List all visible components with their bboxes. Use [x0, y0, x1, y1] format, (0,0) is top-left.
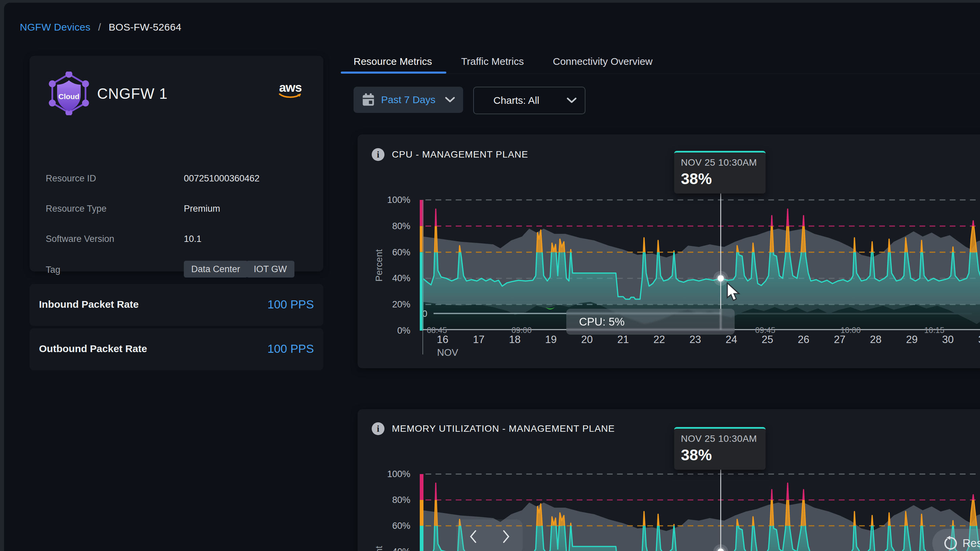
device-info-card: Cloud CNGFW 1 aws Resource ID 0072510003…	[30, 56, 323, 272]
memory-chart-card: i MEMORY UTILIZATION - MANAGEMENT PLANE …	[358, 409, 980, 551]
stat-value: 100 PPS	[267, 342, 314, 356]
restart-button[interactable]: Restart	[932, 529, 980, 551]
field-value: 10.1	[184, 234, 202, 244]
field-row-resource-type: Resource Type Premium	[46, 203, 308, 217]
field-label: Software Version	[46, 234, 114, 244]
charts-filter-label: Charts: All	[493, 95, 539, 106]
field-value: Premium	[184, 203, 220, 214]
svg-text:40%: 40%	[392, 547, 410, 551]
svg-text:30: 30	[942, 333, 953, 345]
mouse-cursor-icon	[725, 282, 741, 301]
svg-text:Percent: Percent	[374, 546, 384, 551]
tag-chip: Data Center	[184, 261, 248, 278]
pager-prev-button[interactable]	[457, 519, 490, 551]
device-name: CNGFW 1	[97, 85, 168, 102]
chart-pager	[457, 519, 523, 551]
outbound-packet-rate-card: Outbound Packet Rate 100 PPS	[30, 328, 323, 370]
svg-text:25: 25	[762, 333, 773, 345]
svg-text:08:45: 08:45	[427, 326, 447, 335]
breadcrumb-current-device: BOS-FW-52664	[108, 22, 181, 33]
memory-tooltip: NOV 25 10:30AM 38%	[674, 427, 765, 470]
svg-text:09:00: 09:00	[512, 326, 532, 335]
date-range-dropdown[interactable]: Past 7 Days	[353, 87, 463, 113]
field-row-resource-id: Resource ID 007251000360462	[46, 173, 308, 187]
breadcrumb-separator: /	[98, 22, 101, 33]
tooltip-value: 38%	[681, 170, 765, 188]
page: NGFW Devices / BOS-FW-52664 Cloud CNGFW …	[0, 0, 980, 551]
breadcrumb-link-ngfw-devices[interactable]: NGFW Devices	[20, 22, 91, 33]
tooltip-datetime: NOV 25 10:30AM	[681, 157, 765, 168]
svg-text:20%: 20%	[392, 299, 410, 310]
tab-connectivity-overview[interactable]: Connectivity Overview	[553, 56, 653, 67]
svg-text:09:45: 09:45	[755, 326, 775, 335]
svg-text:80%: 80%	[392, 221, 410, 231]
tooltip-value: 38%	[681, 446, 765, 464]
tab-traffic-metrics[interactable]: Traffic Metrics	[461, 56, 524, 67]
aws-smile-icon	[278, 94, 302, 100]
svg-text:19: 19	[545, 333, 557, 345]
tab-resource-metrics[interactable]: Resource Metrics	[353, 56, 432, 67]
chevron-down-icon	[445, 97, 455, 103]
field-row-software-version: Software Version 10.1	[46, 234, 308, 247]
svg-text:16: 16	[437, 333, 448, 345]
restart-label: Restart	[963, 537, 980, 549]
svg-text:31: 31	[978, 333, 980, 345]
svg-text:21: 21	[617, 333, 629, 345]
chevron-right-icon	[501, 530, 511, 543]
field-label: Resource ID	[46, 173, 96, 184]
content-area: NGFW Devices / BOS-FW-52664 Cloud CNGFW …	[4, 3, 980, 551]
aws-logo-text: aws	[278, 82, 302, 94]
charts-filter-dropdown[interactable]: Charts: All	[473, 87, 585, 114]
svg-text:80%: 80%	[392, 495, 410, 505]
tab-divider	[341, 73, 980, 74]
inbound-packet-rate-card: Inbound Packet Rate 100 PPS	[30, 284, 323, 326]
calendar-icon	[362, 93, 375, 107]
tooltip-datetime: NOV 25 10:30AM	[681, 433, 765, 444]
field-label: Tag	[46, 265, 60, 275]
svg-text:60%: 60%	[392, 247, 410, 257]
svg-text:17: 17	[473, 333, 484, 345]
restart-icon	[942, 535, 958, 551]
svg-text:18: 18	[509, 333, 520, 345]
date-range-label: Past 7 Days	[381, 94, 436, 105]
svg-text:10:00: 10:00	[840, 326, 861, 335]
memory-chart[interactable]: 40%60%80%100%Percent	[358, 409, 980, 551]
pager-next-button[interactable]	[490, 519, 523, 551]
svg-text:10:15: 10:15	[924, 326, 944, 335]
tag-chip: IOT GW	[247, 261, 294, 278]
field-row-tag: Tag Data Center IOT GW	[46, 265, 308, 278]
svg-text:29: 29	[906, 333, 918, 345]
svg-text:NOV: NOV	[437, 347, 459, 358]
cpu-hover-tooltip: CPU: 5%	[566, 309, 735, 335]
svg-text:28: 28	[870, 333, 881, 345]
chevron-left-icon	[468, 530, 478, 543]
svg-text:27: 27	[834, 333, 845, 345]
cpu-tooltip: NOV 25 10:30AM 38%	[674, 151, 765, 194]
svg-text:23: 23	[690, 333, 701, 345]
stat-label: Inbound Packet Rate	[39, 299, 139, 310]
stat-label: Outbound Packet Rate	[39, 343, 147, 354]
svg-text:22: 22	[653, 333, 665, 345]
chevron-down-icon	[566, 97, 577, 103]
svg-text:26: 26	[798, 333, 809, 345]
svg-text:20: 20	[581, 333, 592, 345]
field-label: Resource Type	[46, 203, 107, 214]
logo-cloud-label: Cloud	[59, 92, 80, 101]
svg-text:0%: 0%	[397, 326, 410, 336]
cloud-ngfw-logo-icon: Cloud	[47, 71, 91, 115]
breadcrumb: NGFW Devices / BOS-FW-52664	[20, 22, 181, 33]
field-value: 007251000360462	[184, 173, 259, 184]
svg-text:100%: 100%	[387, 469, 410, 479]
aws-logo: aws	[278, 82, 302, 101]
svg-text:40%: 40%	[392, 273, 410, 283]
svg-text:Percent: Percent	[374, 249, 384, 282]
svg-text:24: 24	[725, 333, 737, 345]
svg-text:100%: 100%	[387, 195, 410, 205]
svg-text:60%: 60%	[392, 521, 410, 531]
stat-value: 100 PPS	[267, 298, 314, 311]
